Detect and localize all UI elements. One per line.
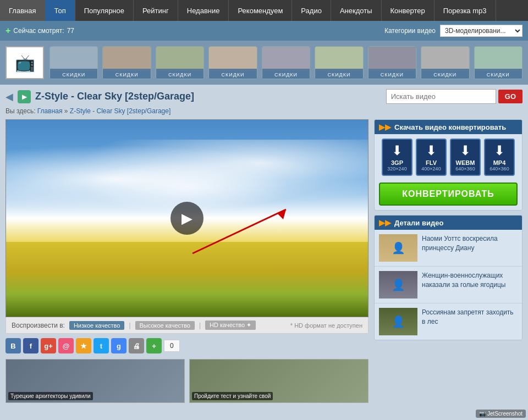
download-3gp[interactable]: ⬇ 3GP 320×240 xyxy=(382,139,413,176)
breadcrumb-prefix: Вы здесь: xyxy=(6,107,37,115)
video-title: Z-Style - Clear Sky [2step/Garage] xyxy=(35,91,194,102)
related-title-1[interactable]: Наоми Уоттс воскресила принцессу Диану xyxy=(422,234,518,253)
breadcrumb-current[interactable]: Z-Style - Clear Sky [2step/Garage] xyxy=(70,107,170,115)
quality-low[interactable]: Низкое качество xyxy=(69,321,125,330)
title-left: ◀ ▶ Z-Style - Clear Sky [2step/Garage] xyxy=(6,90,194,103)
nav-item-popular[interactable]: Популярное xyxy=(75,0,134,21)
category-select[interactable]: 3D-моделировани... xyxy=(440,25,522,37)
social-add-button[interactable]: + xyxy=(146,338,162,353)
download-arrow-icon-3: ⬇ xyxy=(460,143,471,158)
nav-item-rating[interactable]: Рейтинг xyxy=(134,0,178,21)
main-content: ◀ ▶ Z-Style - Clear Sky [2step/Garage] G… xyxy=(0,85,528,407)
banner-thumb-7[interactable]: СКИДКИ xyxy=(368,46,416,79)
nav-item-recent[interactable]: Недавние xyxy=(178,0,229,21)
hd-note: * HD формат не доступен xyxy=(290,322,362,329)
social-gplus-button[interactable]: g+ xyxy=(41,338,56,353)
bottom-thumb-1[interactable]: Турецкие архитекторы удивили xyxy=(6,359,185,403)
download-arrow-icon-4: ⬇ xyxy=(494,143,505,158)
banner-thumbnails: СКИДКИ СКИДКИ СКИДКИ СКИДКИ СКИДКИ СКИДК… xyxy=(50,46,522,79)
social-fb-button[interactable]: f xyxy=(23,338,38,353)
download-buttons: ⬇ 3GP 320×240 ⬇ FLV 400×240 ⬇ WEBM 640×3… xyxy=(375,134,522,180)
bottom-thumb-label-2: Пройдите тест и узнайте свой xyxy=(192,392,273,400)
video-title-row: ◀ ▶ Z-Style - Clear Sky [2step/Garage] G… xyxy=(6,89,522,104)
banner-thumb-5[interactable]: СКИДКИ xyxy=(262,46,310,79)
banner-thumb-1[interactable]: СКИДКИ xyxy=(50,46,98,79)
download-webm[interactable]: ⬇ WEBM 640×360 xyxy=(450,139,481,176)
breadcrumb-sep: » xyxy=(64,107,70,115)
banner-thumb-3[interactable]: СКИДКИ xyxy=(156,46,204,79)
related-video-3[interactable]: 👤 Россиянам запретят заходить в лес xyxy=(375,303,522,340)
related-video-2[interactable]: 👤 Женщин-военнослужащих наказали за голы… xyxy=(375,267,522,303)
social-row: В f g+ @ ★ t g 🖨 + 0 xyxy=(6,338,369,353)
thumb-label-6: СКИДКИ xyxy=(315,71,362,79)
social-star-button[interactable]: ★ xyxy=(76,338,91,353)
related-title-2[interactable]: Женщин-военнослужащих наказали за голые … xyxy=(422,271,518,290)
video-area: ▶ Воспроизвести в: Низкое качество | Выс… xyxy=(6,119,369,403)
nav-item-mp3[interactable]: Порезка mp3 xyxy=(435,0,496,21)
banner-thumb-4[interactable]: СКИДКИ xyxy=(208,46,257,79)
related-video-1[interactable]: 👤 Наоми Уоттс воскресила принцессу Диану xyxy=(375,230,522,267)
download-section: ▶▶ Скачать видео конвертировать ⬇ 3GP 32… xyxy=(374,119,522,211)
format-webm: WEBM xyxy=(456,159,475,166)
banner-thumb-8[interactable]: СКИДКИ xyxy=(421,46,469,79)
res-flv: 400×240 xyxy=(421,166,441,172)
thumb-label-9: СКИДКИ xyxy=(475,71,522,79)
category-label: Категории видео xyxy=(384,27,436,35)
search-input[interactable] xyxy=(386,89,496,104)
quality-high[interactable]: Высокое качество xyxy=(135,321,195,330)
play-button[interactable]: ▶ xyxy=(170,202,204,235)
nav-item-converter[interactable]: Конвертер xyxy=(382,0,435,21)
breadcrumb-home[interactable]: Главная xyxy=(37,107,63,115)
thumb-label-1: СКИДКИ xyxy=(50,71,97,79)
video-player[interactable]: ▶ xyxy=(6,119,369,317)
social-twitter-button[interactable]: t xyxy=(94,338,109,353)
second-bar: + Сейчас смотрят: 77 Категории видео 3D-… xyxy=(0,21,528,41)
nav-item-home[interactable]: Главная xyxy=(0,0,45,21)
logo-icon: 📺 xyxy=(15,53,35,73)
bottom-thumb-2[interactable]: Пройдите тест и узнайте свой xyxy=(189,359,369,403)
header-arrow-icon: ▶▶ xyxy=(379,123,391,131)
convert-button[interactable]: КОНВЕРТИРОВАТЬ xyxy=(379,183,518,206)
related-thumb-2: 👤 xyxy=(379,271,417,299)
nav-item-recommend[interactable]: Рекомендуем xyxy=(229,0,292,21)
social-google-button[interactable]: g xyxy=(111,338,127,353)
download-flv[interactable]: ⬇ FLV 400×240 xyxy=(416,139,447,176)
banner-thumb-9[interactable]: СКИДКИ xyxy=(474,46,522,79)
download-arrow-icon-2: ⬇ xyxy=(426,143,437,158)
download-mp4[interactable]: ⬇ MP4 640×360 xyxy=(484,139,515,176)
back-arrow[interactable]: ◀ xyxy=(6,91,13,103)
thumb-label-7: СКИДКИ xyxy=(369,71,416,79)
res-webm: 640×360 xyxy=(455,166,475,172)
content-row: ▶ Воспроизвести в: Низкое качество | Выс… xyxy=(6,119,522,403)
banner-thumb-2[interactable]: СКИДКИ xyxy=(102,46,151,79)
banner-thumb-6[interactable]: СКИДКИ xyxy=(315,46,363,79)
search-row: GO xyxy=(386,89,522,104)
details-title: Детали видео xyxy=(394,219,443,227)
logo: 📺 xyxy=(6,46,44,79)
field-overlay xyxy=(6,242,368,317)
banner: 📺 СКИДКИ СКИДКИ СКИДКИ СКИДКИ СКИДКИ СКИ… xyxy=(0,41,528,85)
details-icon: ▶▶ xyxy=(379,218,391,227)
related-title-3[interactable]: Россиянам запретят заходить в лес xyxy=(422,308,518,327)
right-sidebar: ▶▶ Скачать видео конвертировать ⬇ 3GP 32… xyxy=(374,119,522,403)
play-icon-small: ▶ xyxy=(18,90,31,103)
quality-row: Воспроизвести в: Низкое качество | Высок… xyxy=(6,317,369,334)
nav-item-radio[interactable]: Радио xyxy=(292,0,331,21)
res-mp4: 640×360 xyxy=(490,166,509,172)
details-section: ▶▶ Детали видео 👤 Наоми Уоттс воскресила… xyxy=(374,215,522,340)
nav-item-top[interactable]: Топ xyxy=(45,0,75,21)
watching-now: + Сейчас смотрят: 77 xyxy=(6,26,74,36)
download-arrow-icon: ⬇ xyxy=(392,143,403,158)
go-button[interactable]: GO xyxy=(498,90,522,103)
like-count: 0 xyxy=(164,340,180,352)
quality-hd[interactable]: HD качество ✦ xyxy=(205,320,256,330)
thumb-label-2: СКИДКИ xyxy=(103,71,150,79)
quality-label: Воспроизвести в: xyxy=(12,322,65,329)
thumb-label-8: СКИДКИ xyxy=(421,71,469,79)
thumb-label-3: СКИДКИ xyxy=(156,71,204,79)
social-mail-button[interactable]: @ xyxy=(58,338,74,353)
social-print-button[interactable]: 🖨 xyxy=(129,338,144,353)
social-vk-button[interactable]: В xyxy=(6,338,21,353)
bottom-thumbnails: Турецкие архитекторы удивили Пройдите те… xyxy=(6,359,369,403)
nav-item-anecdotes[interactable]: Анекдоты xyxy=(331,0,382,21)
